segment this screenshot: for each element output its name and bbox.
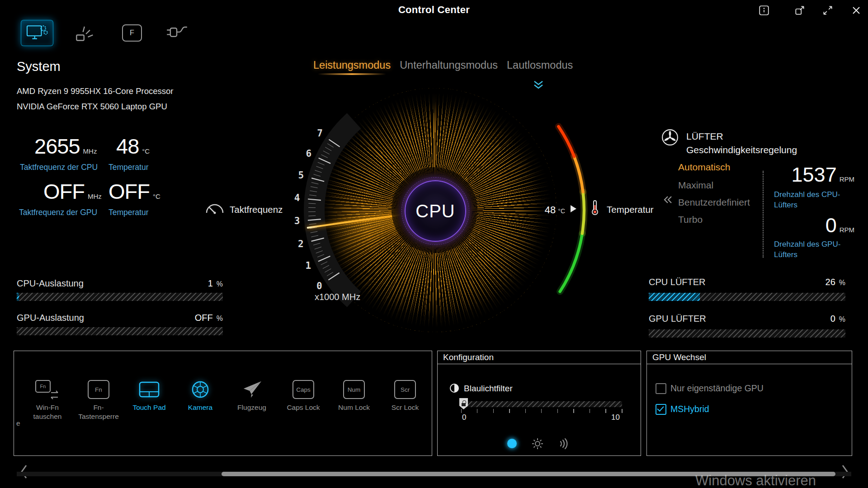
gpu-usage-bar [17, 327, 223, 335]
gpu-usage-label: GPU-Auslastung [17, 313, 84, 323]
fullscreen-button[interactable] [820, 4, 835, 17]
gpu-fan-rpm: 0 RPM [769, 215, 854, 235]
gpu-temp-label: Temperatur [108, 208, 149, 217]
cpu-fan-bar-row: CPU LÜFTER 26% [649, 277, 845, 288]
cpu-fan-rpm-value: 1537 [792, 164, 837, 185]
cpu-fan-rpm: 1537 RPM [769, 164, 854, 185]
night-mode-icon[interactable] [507, 439, 517, 448]
fan-subtitle: Geschwindigkeitsregelung [686, 145, 797, 155]
plug-icon [165, 23, 188, 42]
caps-key-icon: Caps [279, 378, 327, 401]
fan-mode-maximal[interactable]: Maximal [678, 180, 713, 191]
cpu-temp-metric: 48 °C [116, 136, 150, 157]
fan-mode-turbo[interactable]: Turbo [678, 214, 703, 225]
fn-lock-icon: Fn [75, 378, 123, 401]
gauge-frequency-label: Taktfrequenz [230, 204, 283, 215]
cpu-usage-bar [17, 293, 223, 301]
cpu-usage-label: CPU-Auslastung [17, 278, 84, 289]
gpu-fan-rpm-unit: RPM [840, 226, 854, 235]
gpu-fan-rpm-label: Drehzahl des GPU-Lüfters [774, 239, 850, 260]
num-key-glyph: Num [348, 386, 361, 393]
scr-key-glyph: Scr [401, 386, 410, 393]
gpu-usage-row: GPU-Auslastung OFF% [17, 313, 223, 324]
quick-button-label: Kamera [176, 403, 224, 412]
scr-key-icon: Scr [381, 378, 429, 401]
cpu-frequency-label: Taktfrequenz der CPU [20, 163, 98, 172]
info-icon [758, 5, 770, 16]
slider-min-label: 0 [462, 413, 466, 422]
gpu-fan-bar-unit: % [839, 315, 845, 324]
gauge-center-label: CPU [415, 201, 455, 221]
quick-button-caps-lock[interactable]: Caps Caps Lock [279, 378, 327, 412]
window-title: Control Center [0, 4, 868, 16]
clipped-button-label-fragment: e [16, 419, 20, 427]
blue-light-slider-track[interactable] [461, 401, 622, 407]
tab-devices[interactable] [165, 23, 188, 42]
blue-light-slider-ruler [461, 409, 623, 413]
cpu-fan-bar-unit: % [839, 279, 845, 287]
tab-fn-keys[interactable]: F [122, 24, 142, 42]
touchpad-icon [125, 378, 173, 401]
monitor-gears-icon [26, 23, 48, 42]
airplane-icon [228, 378, 276, 401]
fullscreen-icon [822, 5, 834, 16]
gpu-switch-title: GPU Wechsel [647, 351, 852, 364]
performance-mode-tabs: Leistungsmodus Unterhaltungsmodus Lautlo… [313, 59, 573, 71]
fan-mode-benutzerdefiniert[interactable]: Benutzerdefiniert [678, 197, 750, 208]
gpu-switch-panel: GPU Wechsel [646, 351, 852, 456]
quick-button-win-fn-swap[interactable]: Fn Win-Fn tauschen [24, 378, 71, 421]
quick-button-scr-lock[interactable]: Scr Scr Lock [381, 378, 429, 412]
dedicated-gpu-checkbox[interactable] [656, 383, 666, 394]
tab-unterhaltungsmodus[interactable]: Unterhaltungsmodus [400, 59, 498, 71]
fn-swap-icon: Fn [24, 378, 71, 401]
restore-window-button[interactable] [792, 4, 807, 17]
svg-text:5: 5 [298, 170, 304, 181]
fn-key-glyph: Fn [95, 386, 102, 393]
gpu-fan-bar-label: GPU LÜFTER [649, 314, 706, 324]
tab-lautlosmodus[interactable]: Lautlosmodus [507, 59, 573, 71]
cpu-temp-label: Temperatur [108, 163, 149, 172]
cpu-usage-row: CPU-Auslastung 1% [17, 278, 223, 289]
gpu-fan-bar-value: 0 [830, 314, 835, 324]
cpu-name: AMD Ryzen 9 9955HX 16-Core Processor [17, 86, 174, 96]
gpu-frequency-unit: MHz [88, 192, 102, 202]
info-button[interactable] [756, 4, 772, 17]
brightness-button[interactable] [532, 438, 543, 450]
tab-leistungsmodus[interactable]: Leistungsmodus [313, 59, 391, 71]
fan-title: LÜFTER [686, 131, 723, 142]
cpu-usage-value: 1 [208, 278, 213, 289]
brightness-icon [532, 438, 543, 450]
mshybrid-checkbox[interactable] [656, 404, 666, 415]
tab-keyboard-backlight[interactable] [75, 23, 96, 42]
cpu-fan-rpm-label: Drehzahl des CPU-Lüfters [774, 190, 850, 211]
tab-system[interactable] [21, 20, 53, 46]
svg-text:3: 3 [294, 216, 300, 226]
page-title: System [17, 59, 61, 74]
quick-button-airplane[interactable]: Flugzeug [228, 378, 276, 412]
volume-button[interactable] [557, 437, 570, 450]
quick-button-touchpad[interactable]: Touch Pad [125, 378, 173, 412]
windows-watermark: Windows aktivieren [695, 473, 816, 488]
keyboard-backlight-icon [75, 23, 96, 42]
gauge-temp-label: Temperatur [607, 204, 654, 215]
sound-waves-icon [557, 437, 570, 450]
quick-button-fn-lock[interactable]: Fn Fn-Tastensperre [75, 378, 123, 421]
close-button[interactable] [849, 4, 864, 17]
quick-button-camera[interactable]: Kamera [176, 378, 224, 412]
fan-mode-automatisch[interactable]: Automatisch [678, 162, 731, 173]
chevron-double-left-icon [663, 195, 673, 204]
collapse-fan-menu-control[interactable] [663, 195, 673, 204]
gpu-usage-value: OFF [195, 313, 213, 323]
caps-key-glyph: Caps [296, 386, 311, 393]
slider-max-label: 10 [611, 413, 620, 422]
control-center-window: { "titlebar": { "title": "Control Center… [0, 0, 868, 488]
close-icon [851, 5, 862, 16]
gpu-fan-bar [649, 329, 845, 338]
fan-icon [661, 128, 679, 146]
fan-section-divider [763, 171, 764, 258]
quick-button-num-lock[interactable]: Num Num Lock [330, 378, 378, 412]
gpu-name: NVIDIA GeForce RTX 5060 Laptop GPU [17, 102, 167, 112]
quick-button-label: Caps Lock [279, 403, 327, 412]
cpu-frequency-unit: MHz [83, 147, 97, 157]
cpu-usage-bar-fill [17, 293, 19, 301]
